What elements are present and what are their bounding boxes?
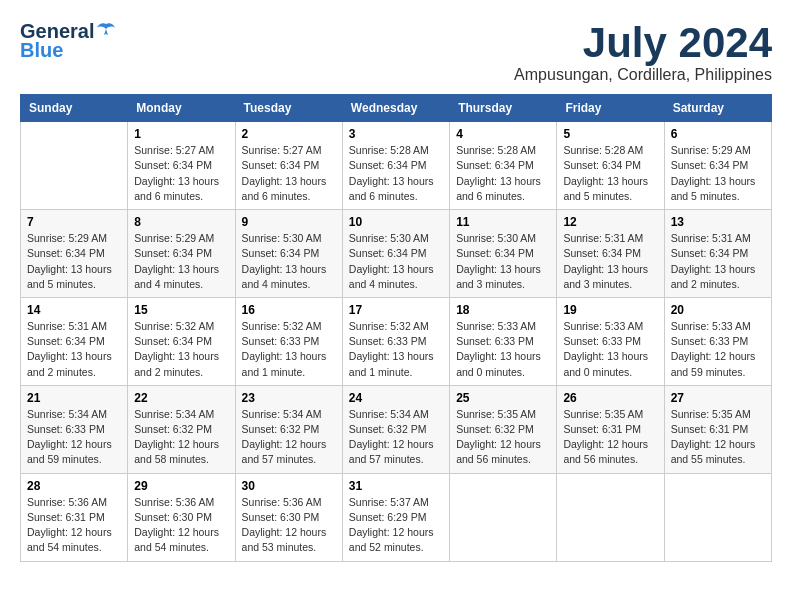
calendar-cell: 23Sunrise: 5:34 AM Sunset: 6:32 PM Dayli… [235, 385, 342, 473]
logo-bird-icon [95, 21, 117, 43]
day-info: Sunrise: 5:30 AM Sunset: 6:34 PM Dayligh… [242, 231, 336, 292]
day-info: Sunrise: 5:31 AM Sunset: 6:34 PM Dayligh… [27, 319, 121, 380]
calendar-cell: 1Sunrise: 5:27 AM Sunset: 6:34 PM Daylig… [128, 122, 235, 210]
day-number: 12 [563, 215, 657, 229]
day-number: 22 [134, 391, 228, 405]
day-info: Sunrise: 5:30 AM Sunset: 6:34 PM Dayligh… [456, 231, 550, 292]
day-number: 16 [242, 303, 336, 317]
day-number: 14 [27, 303, 121, 317]
calendar-week-row: 28Sunrise: 5:36 AM Sunset: 6:31 PM Dayli… [21, 473, 772, 561]
day-info: Sunrise: 5:36 AM Sunset: 6:30 PM Dayligh… [242, 495, 336, 556]
day-number: 4 [456, 127, 550, 141]
day-number: 20 [671, 303, 765, 317]
logo-blue-text: Blue [20, 39, 63, 62]
day-info: Sunrise: 5:27 AM Sunset: 6:34 PM Dayligh… [134, 143, 228, 204]
day-info: Sunrise: 5:32 AM Sunset: 6:34 PM Dayligh… [134, 319, 228, 380]
calendar-cell [664, 473, 771, 561]
day-number: 13 [671, 215, 765, 229]
day-info: Sunrise: 5:35 AM Sunset: 6:31 PM Dayligh… [671, 407, 765, 468]
day-info: Sunrise: 5:36 AM Sunset: 6:30 PM Dayligh… [134, 495, 228, 556]
calendar-week-row: 7Sunrise: 5:29 AM Sunset: 6:34 PM Daylig… [21, 210, 772, 298]
day-info: Sunrise: 5:35 AM Sunset: 6:31 PM Dayligh… [563, 407, 657, 468]
calendar-cell: 22Sunrise: 5:34 AM Sunset: 6:32 PM Dayli… [128, 385, 235, 473]
calendar-cell: 19Sunrise: 5:33 AM Sunset: 6:33 PM Dayli… [557, 297, 664, 385]
day-info: Sunrise: 5:31 AM Sunset: 6:34 PM Dayligh… [671, 231, 765, 292]
day-number: 23 [242, 391, 336, 405]
day-number: 17 [349, 303, 443, 317]
calendar-cell: 26Sunrise: 5:35 AM Sunset: 6:31 PM Dayli… [557, 385, 664, 473]
day-info: Sunrise: 5:33 AM Sunset: 6:33 PM Dayligh… [671, 319, 765, 380]
day-header-tuesday: Tuesday [235, 95, 342, 122]
calendar-cell [450, 473, 557, 561]
day-header-sunday: Sunday [21, 95, 128, 122]
calendar-cell: 11Sunrise: 5:30 AM Sunset: 6:34 PM Dayli… [450, 210, 557, 298]
day-info: Sunrise: 5:34 AM Sunset: 6:33 PM Dayligh… [27, 407, 121, 468]
day-number: 21 [27, 391, 121, 405]
day-info: Sunrise: 5:27 AM Sunset: 6:34 PM Dayligh… [242, 143, 336, 204]
day-number: 27 [671, 391, 765, 405]
day-info: Sunrise: 5:29 AM Sunset: 6:34 PM Dayligh… [671, 143, 765, 204]
day-number: 30 [242, 479, 336, 493]
calendar-cell: 5Sunrise: 5:28 AM Sunset: 6:34 PM Daylig… [557, 122, 664, 210]
calendar-cell [557, 473, 664, 561]
calendar-cell: 25Sunrise: 5:35 AM Sunset: 6:32 PM Dayli… [450, 385, 557, 473]
calendar-week-row: 21Sunrise: 5:34 AM Sunset: 6:33 PM Dayli… [21, 385, 772, 473]
day-info: Sunrise: 5:34 AM Sunset: 6:32 PM Dayligh… [134, 407, 228, 468]
calendar-cell: 30Sunrise: 5:36 AM Sunset: 6:30 PM Dayli… [235, 473, 342, 561]
calendar-cell: 27Sunrise: 5:35 AM Sunset: 6:31 PM Dayli… [664, 385, 771, 473]
day-header-monday: Monday [128, 95, 235, 122]
day-number: 6 [671, 127, 765, 141]
day-number: 19 [563, 303, 657, 317]
calendar-header-row: SundayMondayTuesdayWednesdayThursdayFrid… [21, 95, 772, 122]
day-info: Sunrise: 5:29 AM Sunset: 6:34 PM Dayligh… [134, 231, 228, 292]
calendar-cell: 20Sunrise: 5:33 AM Sunset: 6:33 PM Dayli… [664, 297, 771, 385]
calendar-cell [21, 122, 128, 210]
calendar-cell: 31Sunrise: 5:37 AM Sunset: 6:29 PM Dayli… [342, 473, 449, 561]
day-info: Sunrise: 5:35 AM Sunset: 6:32 PM Dayligh… [456, 407, 550, 468]
calendar-week-row: 1Sunrise: 5:27 AM Sunset: 6:34 PM Daylig… [21, 122, 772, 210]
day-number: 2 [242, 127, 336, 141]
calendar-cell: 18Sunrise: 5:33 AM Sunset: 6:33 PM Dayli… [450, 297, 557, 385]
title-section: July 2024 Ampusungan, Cordillera, Philip… [514, 20, 772, 84]
day-info: Sunrise: 5:31 AM Sunset: 6:34 PM Dayligh… [563, 231, 657, 292]
page-header: General Blue July 2024 Ampusungan, Cordi… [20, 20, 772, 84]
day-number: 28 [27, 479, 121, 493]
calendar-table: SundayMondayTuesdayWednesdayThursdayFrid… [20, 94, 772, 561]
day-number: 1 [134, 127, 228, 141]
calendar-cell: 17Sunrise: 5:32 AM Sunset: 6:33 PM Dayli… [342, 297, 449, 385]
day-number: 26 [563, 391, 657, 405]
day-info: Sunrise: 5:28 AM Sunset: 6:34 PM Dayligh… [349, 143, 443, 204]
day-info: Sunrise: 5:28 AM Sunset: 6:34 PM Dayligh… [563, 143, 657, 204]
day-info: Sunrise: 5:30 AM Sunset: 6:34 PM Dayligh… [349, 231, 443, 292]
day-number: 3 [349, 127, 443, 141]
calendar-cell: 3Sunrise: 5:28 AM Sunset: 6:34 PM Daylig… [342, 122, 449, 210]
calendar-cell: 7Sunrise: 5:29 AM Sunset: 6:34 PM Daylig… [21, 210, 128, 298]
calendar-cell: 29Sunrise: 5:36 AM Sunset: 6:30 PM Dayli… [128, 473, 235, 561]
day-info: Sunrise: 5:34 AM Sunset: 6:32 PM Dayligh… [349, 407, 443, 468]
day-number: 29 [134, 479, 228, 493]
month-title: July 2024 [514, 20, 772, 66]
calendar-cell: 21Sunrise: 5:34 AM Sunset: 6:33 PM Dayli… [21, 385, 128, 473]
day-header-wednesday: Wednesday [342, 95, 449, 122]
day-number: 25 [456, 391, 550, 405]
calendar-week-row: 14Sunrise: 5:31 AM Sunset: 6:34 PM Dayli… [21, 297, 772, 385]
calendar-cell: 14Sunrise: 5:31 AM Sunset: 6:34 PM Dayli… [21, 297, 128, 385]
day-number: 11 [456, 215, 550, 229]
day-number: 31 [349, 479, 443, 493]
calendar-cell: 8Sunrise: 5:29 AM Sunset: 6:34 PM Daylig… [128, 210, 235, 298]
calendar-cell: 24Sunrise: 5:34 AM Sunset: 6:32 PM Dayli… [342, 385, 449, 473]
day-info: Sunrise: 5:34 AM Sunset: 6:32 PM Dayligh… [242, 407, 336, 468]
day-number: 18 [456, 303, 550, 317]
calendar-cell: 2Sunrise: 5:27 AM Sunset: 6:34 PM Daylig… [235, 122, 342, 210]
day-header-thursday: Thursday [450, 95, 557, 122]
day-number: 9 [242, 215, 336, 229]
day-number: 5 [563, 127, 657, 141]
day-info: Sunrise: 5:29 AM Sunset: 6:34 PM Dayligh… [27, 231, 121, 292]
day-info: Sunrise: 5:37 AM Sunset: 6:29 PM Dayligh… [349, 495, 443, 556]
day-info: Sunrise: 5:28 AM Sunset: 6:34 PM Dayligh… [456, 143, 550, 204]
day-header-friday: Friday [557, 95, 664, 122]
calendar-cell: 9Sunrise: 5:30 AM Sunset: 6:34 PM Daylig… [235, 210, 342, 298]
logo: General Blue [20, 20, 118, 62]
calendar-cell: 6Sunrise: 5:29 AM Sunset: 6:34 PM Daylig… [664, 122, 771, 210]
day-header-saturday: Saturday [664, 95, 771, 122]
